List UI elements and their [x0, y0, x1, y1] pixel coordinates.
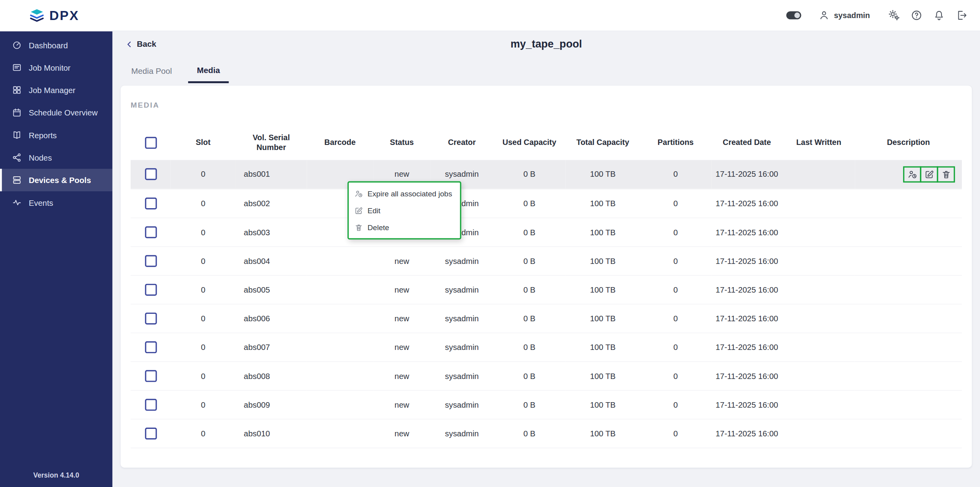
- cell-select: [131, 189, 171, 218]
- sidebar-item-dashboard[interactable]: Dashboard: [0, 34, 113, 56]
- table-row[interactable]: 0abs009newsysadmin0 B100 TB017-11-2025 1…: [131, 390, 962, 419]
- dpx-logo-icon: [29, 7, 45, 23]
- settings-gears-icon[interactable]: [888, 9, 900, 21]
- cell-partitions: 0: [640, 419, 711, 448]
- expire-media-button[interactable]: [903, 166, 921, 182]
- cell-total_capacity: 100 TB: [566, 333, 640, 361]
- cell-used_capacity: 0 B: [493, 304, 566, 333]
- sidebar-item-devices-pools[interactable]: Devices & Pools: [0, 169, 113, 191]
- dashboard-icon: [12, 40, 22, 50]
- table-row[interactable]: 0abs006newsysadmin0 B100 TB017-11-2025 1…: [131, 304, 962, 333]
- row-checkbox[interactable]: [145, 370, 157, 382]
- sidebar-item-job-manager[interactable]: Job Manager: [0, 79, 113, 101]
- cell-status: new: [373, 246, 430, 275]
- cell-created_date: 17-11-2025 16:00: [711, 361, 782, 390]
- row-checkbox[interactable]: [145, 312, 157, 324]
- table-row[interactable]: 0abs001newsysadmin0 B100 TB017-11-2025 1…: [131, 160, 962, 189]
- cell-total_capacity: 100 TB: [566, 246, 640, 275]
- tab-bar: Media Pool Media: [122, 59, 980, 83]
- tab-media[interactable]: Media: [188, 59, 229, 83]
- cell-created_date: 17-11-2025 16:00: [711, 304, 782, 333]
- sidebar-item-nodes[interactable]: Nodes: [0, 146, 113, 168]
- sidebar-item-reports[interactable]: Reports: [0, 124, 113, 146]
- table-row[interactable]: 0abs005newsysadmin0 B100 TB017-11-2025 1…: [131, 275, 962, 304]
- cell-vol_serial: abs009: [236, 390, 307, 419]
- column-header: Description: [855, 125, 962, 160]
- table-row[interactable]: 0abs008newsysadmin0 B100 TB017-11-2025 1…: [131, 361, 962, 390]
- select-all-checkbox[interactable]: [145, 137, 157, 148]
- cell-status: new: [373, 333, 430, 361]
- row-checkbox[interactable]: [145, 255, 157, 267]
- cell-creator: sysadmin: [431, 246, 493, 275]
- cell-partitions: 0: [640, 160, 711, 189]
- cell-vol_serial: abs006: [236, 304, 307, 333]
- sidebar-item-schedule-overview[interactable]: Schedule Overview: [0, 101, 113, 124]
- cell-used_capacity: 0 B: [493, 333, 566, 361]
- table-row[interactable]: 0abs003newsysadmin0 B100 TB017-11-2025 1…: [131, 218, 962, 246]
- edit-media-button[interactable]: [920, 166, 938, 182]
- sidebar-item-events[interactable]: Events: [0, 191, 113, 214]
- cell-total_capacity: 100 TB: [566, 189, 640, 218]
- topbar-actions: sysadmin: [786, 9, 967, 21]
- cell-select: [131, 390, 171, 419]
- row-checkbox[interactable]: [145, 197, 157, 209]
- row-checkbox[interactable]: [145, 427, 157, 439]
- cell-total_capacity: 100 TB: [566, 160, 640, 189]
- sidebar-item-label: Devices & Pools: [29, 175, 91, 185]
- row-checkbox[interactable]: [145, 226, 157, 238]
- sidebar-item-label: Events: [29, 198, 53, 207]
- menu-item-label: Edit: [368, 206, 380, 214]
- shell: Dashboard Job Monitor Job Manager Sc: [0, 31, 980, 487]
- table-row[interactable]: 0abs002newsysadmin0 B100 TB017-11-2025 1…: [131, 189, 962, 218]
- logout-icon[interactable]: [956, 9, 967, 21]
- sidebar-item-label: Job Monitor: [29, 63, 70, 72]
- theme-toggle-icon[interactable]: [786, 11, 801, 20]
- delete-media-button[interactable]: [937, 166, 955, 182]
- cell-partitions: 0: [640, 275, 711, 304]
- cell-last_written: [783, 246, 855, 275]
- help-icon[interactable]: [911, 9, 922, 21]
- dpx-logo[interactable]: DPX: [29, 7, 79, 23]
- cell-last_written: [783, 304, 855, 333]
- column-header: Partitions: [640, 125, 711, 160]
- schedule-overview-icon: [12, 108, 22, 117]
- column-header: Vol. Serial Number: [236, 125, 307, 160]
- sidebar-item-job-monitor[interactable]: Job Monitor: [0, 56, 113, 79]
- cell-creator: sysadmin: [431, 333, 493, 361]
- cell-total_capacity: 100 TB: [566, 390, 640, 419]
- sidebar-item-label: Reports: [29, 130, 57, 140]
- menu-item-expire-all-jobs[interactable]: Expire all associated jobs: [349, 185, 460, 202]
- menu-item-delete[interactable]: Delete: [349, 219, 460, 236]
- cell-description: [855, 160, 962, 189]
- table-row[interactable]: 0abs004newsysadmin0 B100 TB017-11-2025 1…: [131, 246, 962, 275]
- cell-description: [855, 390, 962, 419]
- cell-vol_serial: abs010: [236, 419, 307, 448]
- table-row[interactable]: 0abs010newsysadmin0 B100 TB017-11-2025 1…: [131, 419, 962, 448]
- cell-description: [855, 218, 962, 246]
- table-row[interactable]: 0abs007newsysadmin0 B100 TB017-11-2025 1…: [131, 333, 962, 361]
- tab-media-pool[interactable]: Media Pool: [122, 59, 181, 83]
- cell-total_capacity: 100 TB: [566, 304, 640, 333]
- cell-status: new: [373, 419, 430, 448]
- app-root: DPX sysadmin: [0, 0, 980, 487]
- edit-icon: [924, 169, 934, 179]
- cell-slot: 0: [171, 390, 236, 419]
- cell-partitions: 0: [640, 218, 711, 246]
- row-checkbox[interactable]: [145, 399, 157, 410]
- bell-icon[interactable]: [933, 9, 945, 21]
- delete-icon: [941, 169, 951, 179]
- cell-partitions: 0: [640, 304, 711, 333]
- row-checkbox[interactable]: [145, 168, 157, 180]
- cell-select: [131, 218, 171, 246]
- cell-vol_serial: abs008: [236, 361, 307, 390]
- row-checkbox[interactable]: [145, 284, 157, 295]
- cell-description: [855, 246, 962, 275]
- cell-description: [855, 333, 962, 361]
- row-checkbox[interactable]: [145, 341, 157, 353]
- user-menu[interactable]: sysadmin: [818, 9, 870, 21]
- column-header: Status: [373, 125, 430, 160]
- media-table-body: 0abs001newsysadmin0 B100 TB017-11-2025 1…: [131, 160, 962, 448]
- cell-select: [131, 275, 171, 304]
- cell-used_capacity: 0 B: [493, 275, 566, 304]
- menu-item-edit[interactable]: Edit: [349, 202, 460, 219]
